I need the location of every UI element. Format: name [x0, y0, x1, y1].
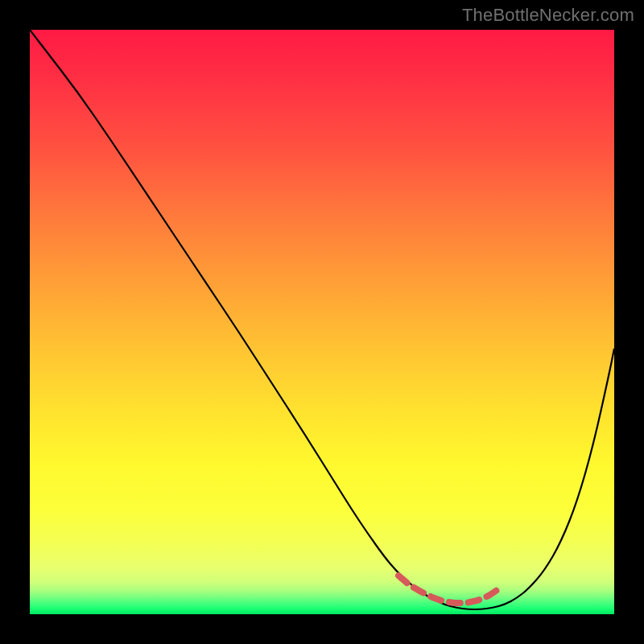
main-curve [30, 30, 614, 609]
curve-layer [30, 30, 614, 614]
watermark-text: TheBottleNecker.com [462, 5, 634, 26]
chart-frame: TheBottleNecker.com [0, 0, 644, 644]
flat-marker [398, 576, 498, 603]
